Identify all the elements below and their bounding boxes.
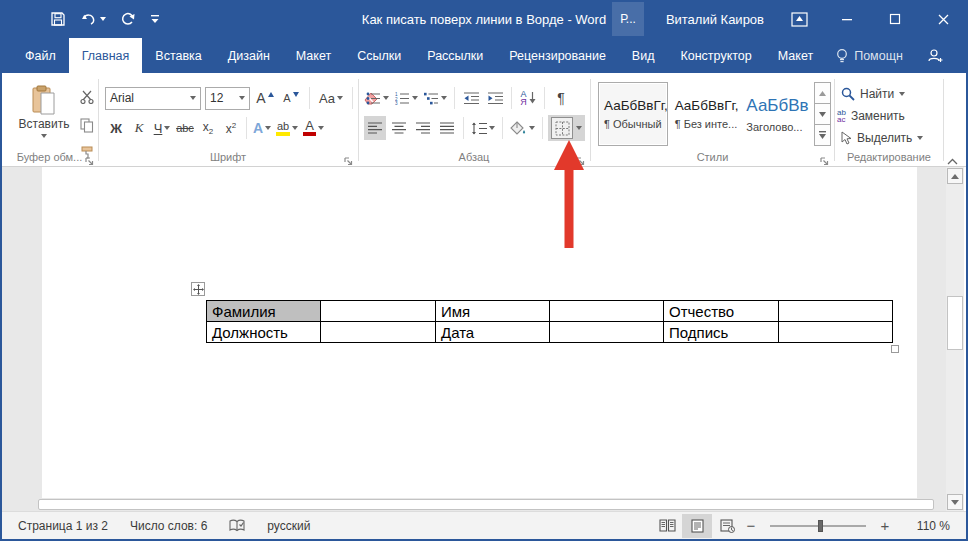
select-button[interactable]: Выделить	[841, 128, 923, 148]
text-effects-button[interactable]: А	[251, 116, 273, 140]
tab-table-design[interactable]: Конструктор	[667, 38, 764, 73]
word-count[interactable]: Число слов: 6	[130, 519, 207, 533]
numbering-dropdown-icon[interactable]	[412, 96, 418, 100]
table-cell-signature[interactable]: Подпись	[664, 322, 779, 343]
scroll-down-icon[interactable]	[947, 494, 963, 510]
minimize-button[interactable]	[834, 6, 860, 32]
paste-button[interactable]: Вставить	[16, 85, 72, 151]
show-marks-button[interactable]: ¶	[550, 86, 572, 110]
table-cell-position[interactable]: Должность	[207, 322, 321, 343]
tab-design[interactable]: Дизайн	[215, 38, 283, 73]
undo-icon[interactable]	[80, 12, 106, 26]
change-case-button[interactable]: Aa	[317, 86, 345, 110]
shading-dropdown-icon[interactable]	[529, 126, 535, 130]
close-button[interactable]	[930, 6, 956, 32]
paste-dropdown-icon[interactable]	[41, 134, 47, 138]
align-left-button[interactable]	[364, 116, 386, 140]
table-cell[interactable]	[321, 301, 436, 322]
table-resize-handle[interactable]	[891, 345, 899, 353]
borders-dropdown-icon[interactable]	[576, 126, 582, 130]
tell-me-assistant[interactable]: Помощн	[826, 38, 913, 73]
proofing-status[interactable]	[229, 519, 245, 533]
sort-button[interactable]: АЯ	[517, 86, 539, 110]
borders-button[interactable]	[551, 117, 573, 139]
shading-button[interactable]	[508, 116, 537, 140]
web-layout-button[interactable]	[712, 514, 742, 538]
zoom-slider-thumb[interactable]	[818, 520, 823, 532]
zoom-level[interactable]: 110 %	[902, 519, 950, 533]
tab-insert[interactable]: Вставка	[142, 38, 214, 73]
account-badge[interactable]: Р...	[612, 2, 644, 36]
table-cell-patronymic[interactable]: Отчество	[664, 301, 779, 322]
customize-qat-icon[interactable]	[150, 13, 160, 25]
ribbon-display-options-icon[interactable]	[786, 6, 812, 32]
underline-dropdown-icon[interactable]	[164, 126, 170, 130]
strikethrough-button[interactable]: abc	[174, 116, 196, 140]
table-cell[interactable]	[779, 301, 893, 322]
decrease-indent-button[interactable]	[460, 86, 482, 110]
style-no-spacing[interactable]: АаБбВвГг, ¶ Без инте...	[670, 82, 740, 146]
zoom-in-button[interactable]: +	[876, 517, 894, 534]
font-size-combo[interactable]: 12	[205, 87, 250, 110]
copy-button[interactable]	[76, 113, 98, 137]
find-button[interactable]: Найти	[841, 84, 905, 104]
tab-view[interactable]: Вид	[619, 38, 668, 73]
tab-home[interactable]: Главная	[69, 38, 143, 73]
numbering-button[interactable]: 123	[393, 86, 420, 110]
horizontal-scrollbar[interactable]	[2, 498, 946, 511]
table-cell[interactable]	[321, 322, 436, 343]
align-center-button[interactable]	[388, 116, 410, 140]
table-cell-firstname[interactable]: Имя	[436, 301, 550, 322]
line-spacing-button[interactable]	[469, 116, 497, 140]
font-name-combo[interactable]: Arial	[105, 87, 201, 110]
language-indicator[interactable]: русский	[267, 519, 310, 533]
multilevel-dropdown-icon[interactable]	[441, 96, 447, 100]
undo-dropdown-icon[interactable]	[100, 17, 106, 21]
increase-indent-button[interactable]	[484, 86, 506, 110]
bullets-button[interactable]	[364, 86, 391, 110]
user-name[interactable]: Виталий Каиров	[666, 12, 764, 27]
gallery-up-icon[interactable]	[814, 82, 831, 104]
multilevel-list-button[interactable]	[422, 86, 449, 110]
italic-button[interactable]: К	[128, 116, 150, 140]
vertical-scrollbar[interactable]	[946, 167, 964, 511]
replace-button[interactable]: abac Заменить	[837, 106, 905, 126]
print-layout-button[interactable]	[682, 514, 712, 538]
highlight-dropdown-icon[interactable]	[292, 126, 298, 130]
horizontal-scroll-thumb[interactable]	[38, 499, 934, 510]
page-indicator[interactable]: Страница 1 из 2	[18, 519, 108, 533]
tab-layout[interactable]: Макет	[283, 38, 344, 73]
table-cell[interactable]	[550, 301, 664, 322]
tab-table-layout[interactable]: Макет	[765, 38, 826, 73]
zoom-slider[interactable]	[770, 525, 866, 527]
grow-font-button[interactable]: A	[254, 86, 276, 110]
table-move-handle[interactable]	[191, 282, 205, 296]
tab-references[interactable]: Ссылки	[344, 38, 414, 73]
bold-button[interactable]: Ж	[105, 116, 127, 140]
document-page[interactable]: Фамилия Имя Отчество Должность Дата Подп…	[42, 167, 917, 498]
style-normal[interactable]: АаБбВвГг, ¶ Обычный	[598, 82, 668, 146]
maximize-button[interactable]	[882, 6, 908, 32]
gallery-more-icon[interactable]	[814, 124, 831, 146]
justify-button[interactable]	[436, 116, 458, 140]
bullets-dropdown-icon[interactable]	[383, 96, 389, 100]
align-right-button[interactable]	[412, 116, 434, 140]
table-cell-surname[interactable]: Фамилия	[207, 301, 321, 322]
font-color-button[interactable]: А	[301, 116, 326, 140]
select-dropdown-icon[interactable]	[917, 136, 923, 140]
borders-split-button[interactable]	[548, 115, 585, 141]
table-cell[interactable]	[779, 322, 893, 343]
tab-file[interactable]: Файл	[12, 38, 69, 73]
document-table[interactable]: Фамилия Имя Отчество Должность Дата Подп…	[206, 300, 893, 343]
table-cell-date[interactable]: Дата	[436, 322, 550, 343]
highlight-color-button[interactable]: ab	[274, 116, 300, 140]
line-spacing-dropdown-icon[interactable]	[489, 126, 495, 130]
read-mode-button[interactable]	[652, 514, 682, 538]
cut-button[interactable]	[76, 85, 98, 109]
gallery-down-icon[interactable]	[814, 103, 831, 125]
style-heading1[interactable]: АаБбВв Заголово...	[741, 82, 811, 146]
zoom-out-button[interactable]: −	[742, 517, 760, 534]
share-sign-in-button[interactable]	[913, 38, 958, 73]
font-color-dropdown-icon[interactable]	[318, 126, 324, 130]
tab-review[interactable]: Рецензирование	[496, 38, 619, 73]
